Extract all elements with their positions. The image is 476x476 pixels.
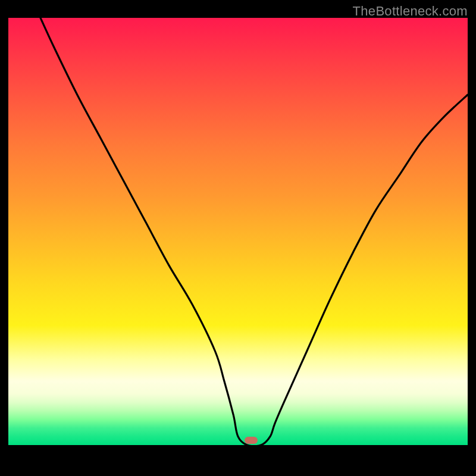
- chart-frame: [8, 18, 468, 469]
- plot-area: [8, 18, 468, 445]
- bottleneck-curve: [8, 18, 468, 445]
- watermark-text: TheBottleneck.com: [353, 4, 468, 19]
- minimum-marker: [245, 437, 258, 444]
